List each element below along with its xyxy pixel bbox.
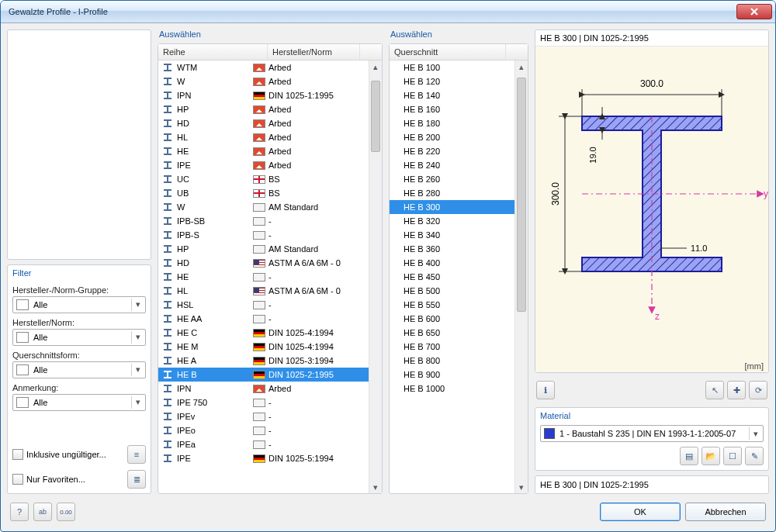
axes-button[interactable]: ✚	[727, 381, 746, 399]
pick-button[interactable]: ↖	[705, 381, 724, 399]
filter-invalid-button[interactable]: ≡	[127, 445, 146, 464]
cross-section-row[interactable]: HE B 140	[390, 88, 528, 102]
decimals-button[interactable]: 0.00	[57, 503, 75, 521]
series-row[interactable]: HEArbed	[158, 144, 382, 158]
checkbox-include-invalid[interactable]	[12, 449, 23, 460]
series-row[interactable]: HSL-	[158, 298, 382, 312]
pick-icon: ↖	[712, 385, 719, 396]
scroll-thumb[interactable]	[371, 81, 380, 152]
combo-norm-group-value: Alle	[33, 300, 131, 309]
cross-section-row[interactable]: HE B 700	[390, 340, 528, 354]
series-row[interactable]: IPNArbed	[158, 382, 382, 396]
material-open-button[interactable]: 📂	[702, 447, 720, 465]
units-button[interactable]: ab	[33, 503, 52, 521]
series-row[interactable]: IPEv-	[158, 409, 382, 423]
cross-section-row[interactable]: HE B 450	[390, 270, 528, 284]
combo-shape[interactable]: Alle ▾	[12, 361, 146, 378]
series-row[interactable]: HDArbed	[158, 116, 382, 130]
series-header: Reihe Hersteller/Norm	[158, 44, 382, 60]
cancel-button[interactable]: Abbrechen	[685, 503, 766, 521]
cross-section-row[interactable]: HE B 220	[390, 144, 528, 158]
series-row[interactable]: HE CDIN 1025-4:1994	[158, 326, 382, 340]
cross-section-row[interactable]: HE B 280	[390, 186, 528, 200]
series-row[interactable]: HLASTM A 6/A 6M - 0	[158, 284, 382, 298]
series-row[interactable]: UBBS	[158, 186, 382, 200]
series-row[interactable]: HE BDIN 1025-2:1995	[158, 368, 382, 382]
cross-section-row[interactable]: HE B 400	[390, 256, 528, 270]
rotate-button[interactable]: ⟳	[749, 381, 767, 399]
series-row[interactable]: HPArbed	[158, 102, 382, 116]
cross-section-row[interactable]: HE B 600	[390, 312, 528, 326]
series-row[interactable]: HPAM Standard	[158, 242, 382, 256]
cross-section-row[interactable]: HE B 260	[390, 172, 528, 186]
series-header-reihe[interactable]: Reihe	[158, 44, 268, 60]
info-button[interactable]: ℹ	[536, 381, 555, 399]
series-norm: -	[268, 230, 272, 240]
cross-section-row[interactable]: HE B 120	[390, 74, 528, 88]
help-button[interactable]: ?	[10, 503, 29, 521]
filter-fav-button[interactable]: ≣	[127, 470, 146, 489]
cross-section-row[interactable]: HE B 320	[390, 214, 528, 228]
material-new-button[interactable]: ☐	[723, 447, 742, 465]
series-scrollbar[interactable]: ▴ ▾	[369, 60, 382, 493]
combo-note[interactable]: Alle ▾	[12, 394, 146, 411]
series-row[interactable]: IPEo-	[158, 423, 382, 437]
checkbox-favorites[interactable]	[12, 474, 23, 485]
cross-section-row[interactable]: HE B 500	[390, 284, 528, 298]
series-row[interactable]: IPB-SB-	[158, 214, 382, 228]
series-row[interactable]: WArbed	[158, 74, 382, 88]
scroll-track[interactable]	[515, 73, 528, 481]
cs-header-label[interactable]: Querschnitt	[390, 44, 506, 60]
series-row[interactable]: IPNDIN 1025-1:1995	[158, 88, 382, 102]
scroll-thumb[interactable]	[517, 78, 526, 312]
cs-scrollbar[interactable]: ▴ ▾	[514, 60, 528, 493]
close-button[interactable]	[736, 4, 772, 19]
cross-section-row[interactable]: HE B 160	[390, 102, 528, 116]
scroll-up-icon[interactable]: ▴	[369, 60, 382, 73]
series-list[interactable]: WTMArbedWArbedIPNDIN 1025-1:1995HPArbedH…	[158, 60, 382, 493]
scroll-down-icon[interactable]: ▾	[515, 481, 528, 493]
cross-section-row[interactable]: HE B 300	[390, 200, 528, 214]
series-row[interactable]: IPEDIN 1025-5:1994	[158, 451, 382, 465]
cross-section-row[interactable]: HE B 200	[390, 130, 528, 144]
series-row[interactable]: HE AA-	[158, 312, 382, 326]
combo-norm[interactable]: Alle ▾	[12, 329, 146, 346]
series-row[interactable]: HE-	[158, 270, 382, 284]
series-row[interactable]: IPE 750-	[158, 396, 382, 409]
material-library-button[interactable]: ▤	[680, 447, 698, 465]
scroll-down-icon[interactable]: ▾	[369, 481, 382, 493]
series-header-norm[interactable]: Hersteller/Norm	[268, 44, 360, 60]
axes-icon: ✚	[733, 385, 740, 396]
series-row[interactable]: WAM Standard	[158, 200, 382, 214]
cross-section-row[interactable]: HE B 340	[390, 228, 528, 242]
cross-section-row[interactable]: HE B 650	[390, 326, 528, 340]
cross-section-row[interactable]: HE B 1000	[390, 382, 528, 396]
material-combo[interactable]: 1 - Baustahl S 235 | DIN EN 1993-1-1:200…	[540, 425, 764, 442]
series-row[interactable]: UCBS	[158, 172, 382, 186]
series-row[interactable]: WTMArbed	[158, 60, 382, 74]
scroll-up-icon[interactable]: ▴	[515, 60, 528, 73]
series-row[interactable]: IPEArbed	[158, 158, 382, 172]
series-row[interactable]: HE MDIN 1025-4:1994	[158, 340, 382, 354]
flag-icon	[253, 301, 265, 309]
status-box: HE B 300 | DIN 1025-2:1995	[535, 475, 769, 494]
cross-section-row[interactable]: HE B 180	[390, 116, 528, 130]
series-row[interactable]: IPEa-	[158, 437, 382, 451]
series-row[interactable]: HE ADIN 1025-3:1994	[158, 354, 382, 368]
swatch-icon	[16, 299, 29, 310]
cross-section-row[interactable]: HE B 100	[390, 60, 528, 74]
combo-norm-group[interactable]: Alle ▾	[12, 296, 146, 313]
series-row[interactable]: HLArbed	[158, 130, 382, 144]
cross-section-row[interactable]: HE B 240	[390, 158, 528, 172]
scroll-track[interactable]	[369, 73, 382, 481]
ok-button[interactable]: OK	[600, 503, 681, 521]
cross-section-row[interactable]: HE B 360	[390, 242, 528, 256]
series-row[interactable]: HDASTM A 6/A 6M - 0	[158, 256, 382, 270]
cross-section-row[interactable]: HE B 900	[390, 368, 528, 382]
cross-section-row[interactable]: HE B 800	[390, 354, 528, 368]
material-edit-button[interactable]: ✎	[745, 447, 764, 465]
cross-section-row[interactable]: HE B 550	[390, 298, 528, 312]
series-row[interactable]: IPB-S-	[158, 228, 382, 242]
series-norm: BS	[268, 174, 280, 184]
cs-list[interactable]: HE B 100HE B 120HE B 140HE B 160HE B 180…	[390, 60, 528, 493]
